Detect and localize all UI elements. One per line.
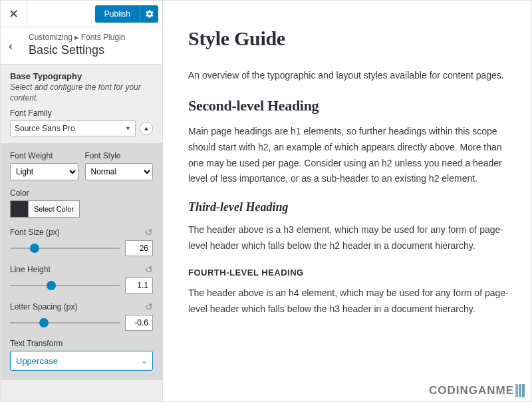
watermark-bars-icon — [515, 384, 525, 397]
reset-icon[interactable]: ↺ — [145, 264, 153, 275]
close-button[interactable]: ✕ — [1, 1, 27, 27]
chevron-down-icon: ▼ — [125, 125, 131, 132]
line-height-input[interactable] — [125, 278, 153, 294]
preview-h4: Fourth-Level Heading — [188, 268, 511, 278]
gear-icon — [145, 9, 154, 19]
font-family-select[interactable]: Source Sans Pro ▼ — [10, 120, 136, 136]
chevron-down-icon: ⌄ — [141, 357, 147, 365]
font-weight-select[interactable]: Light — [10, 163, 78, 180]
settings-button[interactable] — [140, 5, 158, 23]
topbar: ✕ Publish — [1, 1, 162, 27]
back-button[interactable]: ‹ — [9, 33, 25, 53]
preview-p2: Main page headings are h1 elements, so f… — [188, 124, 511, 187]
text-transform-value: Uppercase — [16, 356, 58, 366]
base-typography-section: Base Typography Select and configure the… — [1, 65, 162, 143]
preview-h1: Style Guide — [188, 27, 511, 50]
preview-p3: The header above is a h3 element, which … — [188, 222, 511, 254]
select-color-button[interactable]: Select Color — [29, 200, 80, 218]
preview-intro: An overview of the typographic and layou… — [188, 69, 511, 83]
breadcrumb: ‹ Customizing ▸ Fonts Plugin Basic Setti… — [1, 27, 162, 65]
font-style-label: Font Style — [85, 151, 154, 160]
preview-h3: Third-level Heading — [188, 200, 511, 214]
preview-h2: Second-level Heading — [188, 97, 511, 114]
reset-icon[interactable]: ↺ — [145, 302, 153, 312]
advanced-panel: Font Weight Light Font Style Normal Colo… — [1, 143, 162, 380]
font-size-label: Font Size (px) — [10, 228, 60, 237]
chevron-up-icon: ▲ — [144, 125, 150, 132]
section-heading: Base Typography — [10, 71, 153, 81]
preview-p4: The header above is an h4 element, which… — [188, 286, 511, 317]
letter-spacing-slider[interactable] — [10, 322, 120, 323]
section-description: Select and configure the font for your c… — [10, 83, 153, 103]
font-family-label: Font Family — [10, 108, 153, 118]
color-label: Color — [10, 188, 153, 198]
customizer-sidebar: ✕ Publish ‹ Customizing ▸ Fonts Plugin B… — [1, 1, 163, 401]
line-height-slider[interactable] — [10, 285, 120, 286]
reset-icon[interactable]: ↺ — [145, 227, 153, 238]
preview-pane: Style Guide An overview of the typograph… — [163, 1, 531, 401]
text-transform-label: Text Transform — [10, 339, 153, 348]
font-size-slider[interactable] — [10, 248, 120, 249]
letter-spacing-input[interactable] — [125, 315, 153, 331]
line-height-label: Line Height — [10, 265, 51, 274]
page-title: Basic Settings — [29, 43, 154, 57]
watermark-text: CODINGANME — [429, 384, 514, 397]
collapse-button[interactable]: ▲ — [140, 122, 153, 135]
font-size-input[interactable] — [125, 240, 153, 256]
font-style-select[interactable]: Normal — [85, 163, 154, 180]
letter-spacing-label: Letter Spacing (px) — [10, 302, 77, 311]
text-transform-select[interactable]: Uppercase ⌄ — [10, 351, 153, 371]
publish-button[interactable]: Publish — [95, 5, 140, 23]
font-weight-label: Font Weight — [10, 151, 78, 160]
breadcrumb-path: Customizing ▸ Fonts Plugin — [29, 33, 154, 42]
font-family-value: Source Sans Pro — [15, 124, 75, 133]
watermark: CODINGANME — [429, 384, 525, 397]
color-swatch[interactable] — [10, 200, 29, 218]
